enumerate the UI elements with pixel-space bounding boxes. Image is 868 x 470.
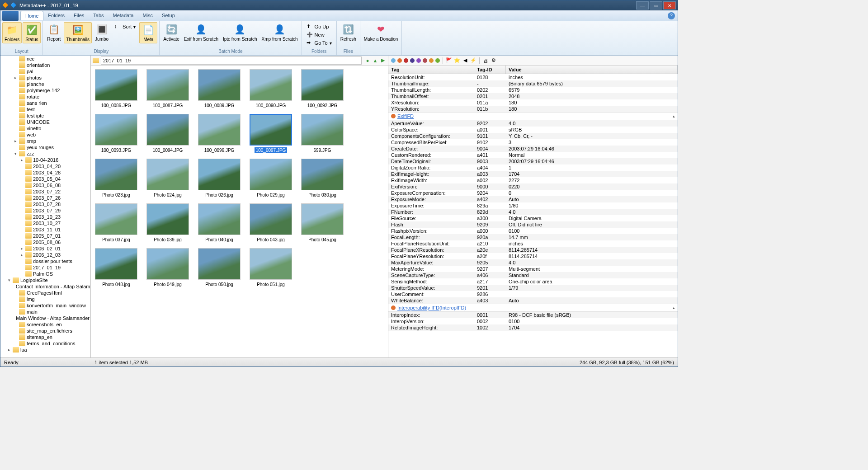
donate-button[interactable]: ❤Make a Donation [362,22,400,42]
tree-node[interactable]: 2003_10_27 [0,220,90,226]
tab-metadata[interactable]: Metadata [108,11,138,20]
thumbnail-item[interactable]: 100_0094.JPG [146,114,189,153]
thumbnail-item[interactable]: Photo 040.jpg [198,203,241,243]
tab-home[interactable]: Home [20,11,43,20]
gear-icon[interactable]: ⚙ [491,57,497,64]
thumbnail-item[interactable]: Photo 045.jpg [301,203,344,243]
metadata-row[interactable]: Flash:9209Off, Did not fire [388,221,678,228]
metadata-row[interactable]: CompressedBitsPerPixel:91023 [388,139,678,146]
metadata-row[interactable]: ExposureCompensation:92040 [388,190,678,196]
metadata-row[interactable]: DigitalZoomRatio:a4041 [388,164,678,171]
thumbnail-item[interactable]: 100_0093.JPG [94,114,138,153]
metadata-row[interactable]: ExifImageHeight:a0031704 [388,171,678,177]
tree-node[interactable]: sitemap_en [0,334,90,340]
tree-node[interactable]: img [0,296,90,302]
metadata-row[interactable]: ThumbnailOffset:02012048 [388,93,678,99]
metadata-row[interactable]: ExposureMode:a402Auto [388,196,678,202]
tree-node[interactable]: web [0,132,90,138]
tab-misc[interactable]: Misc [138,11,157,20]
metadata-row[interactable]: FNumber:829d4.0 [388,209,678,215]
tree-node[interactable]: yeux rouges [0,144,90,150]
metadata-row[interactable]: ShutterSpeedValue:92011/79 [388,285,678,291]
metadata-row[interactable]: MeteringMode:9207Multi-segment [388,266,678,272]
thumbnails-button[interactable]: 🖼️Thumbnails [64,22,92,43]
metadata-row[interactable]: ExposureTime:829a1/80 [388,202,678,209]
tree-node[interactable]: UNICODE [0,119,90,125]
tree-node[interactable]: 2017_01_19 [0,264,90,271]
metadata-row[interactable]: SceneCaptureType:a406Standard [388,272,678,278]
tree-node[interactable]: ▾LogipoleSite [0,277,90,283]
metadata-row[interactable]: ThumbnailLength:02026579 [388,87,678,93]
metadata-section[interactable]: ExifIFD▴ [388,112,678,120]
tree-node[interactable]: 2003_10_23 [0,214,90,220]
minimize-button[interactable]: — [636,1,649,9]
filter-dot[interactable] [391,58,396,63]
jumbo-button[interactable]: 🔳Jumbo [93,22,111,42]
metadata-row[interactable]: MaxApertureValue:92054.0 [388,259,678,266]
tree-node[interactable]: ▸xmp [0,138,90,144]
star-icon[interactable]: ⭐ [454,57,460,64]
meta-button[interactable]: 📄Meta [139,22,157,43]
tree-node[interactable]: terms_and_conditions [0,340,90,347]
tree-node[interactable]: vinetto [0,125,90,132]
tree-node[interactable]: ncc [0,56,90,62]
tree-node[interactable]: Contact Information - Altap Salamander [0,283,90,290]
metadata-row[interactable]: UserComment:9286 [388,291,678,297]
metadata-row[interactable]: CreateDate:90042003:07:29 16:04:46 [388,146,678,152]
metadata-row[interactable]: CustomRendered:a401Normal [388,152,678,158]
xmp-scratch-button[interactable]: 👤Xmp from Scratch [260,22,300,42]
tree-node[interactable]: 2003_04_28 [0,169,90,176]
tree-node[interactable]: 2003_04_20 [0,163,90,169]
folder-tree[interactable]: nccorientationpal▸photosplanchepolymerge… [0,56,91,357]
nav-go-icon[interactable]: ▶ [380,57,386,64]
tree-node[interactable]: ▸lua [0,347,90,353]
filter-dot[interactable] [429,58,434,63]
thumbnail-item[interactable]: Photo 043.jpg [249,203,292,243]
tree-node[interactable]: site_map_en.fichiers [0,328,90,334]
thumbnail-item[interactable]: Photo 037.jpg [94,203,138,243]
tree-node[interactable]: rotate [0,94,90,100]
tree-node[interactable]: CreePagesHtml [0,290,90,296]
metadata-row[interactable]: SensingMethod:a217One-chip color area [388,278,678,285]
sort-button[interactable]: ↕Sort ▾ [113,23,137,30]
maximize-button[interactable]: ▭ [650,1,662,9]
close-button[interactable]: ✕ [663,1,676,9]
thumbnail-item[interactable]: 100_0090.JPG [249,69,292,108]
print-icon[interactable]: 🖨 [482,57,489,64]
tree-node[interactable]: ▸2006_02_01 [0,245,90,252]
thumbnail-item[interactable]: 100_0096.JPG [198,114,241,153]
nav-refresh-icon[interactable]: ● [364,57,371,64]
thumbnail-item[interactable]: Photo 024.jpg [146,159,189,198]
report-button[interactable]: 📋Report [45,22,63,42]
activate-button[interactable]: 🔄Activate [161,22,181,42]
nav-up-icon[interactable]: ▲ [372,57,378,64]
iptc-scratch-button[interactable]: 👤Iptc from Scratch [221,22,259,42]
path-input[interactable] [101,56,362,65]
tree-node[interactable]: 2005_08_06 [0,239,90,245]
metadata-row[interactable]: InteropIndex:0001R98 - DCF basic file (s… [388,312,678,318]
tab-folders[interactable]: Folders [43,11,69,20]
tree-node[interactable]: ▸2006_12_03 [0,252,90,258]
metadata-row[interactable]: FocalPlaneYResolution:a20f8114.285714 [388,253,678,259]
tree-node[interactable]: 2003_11_01 [0,226,90,233]
metadata-row[interactable]: ResolutionUnit:0128inches [388,74,678,80]
tree-node[interactable]: 2003_07_29 [0,207,90,214]
metadata-row[interactable]: DateTimeOriginal:90032003:07:29 16:04:46 [388,158,678,164]
thumbnail-item[interactable]: Photo 026.jpg [198,159,241,198]
app-menu-button[interactable] [2,11,19,21]
tree-node[interactable]: ▸photos [0,75,90,81]
tree-node[interactable]: main [0,309,90,315]
tree-node[interactable]: 2005_07_01 [0,233,90,239]
tree-node[interactable]: sans rien [0,100,90,106]
thumbnail-item[interactable]: Photo 039.jpg [146,203,189,243]
tree-node[interactable]: 2003_07_26 [0,195,90,201]
thumbnail-item[interactable]: 100_0092.JPG [301,69,344,108]
metadata-row[interactable]: ExifImageWidth:a0022272 [388,177,678,183]
tree-node[interactable]: polymerge-142 [0,87,90,94]
filter-dot[interactable] [410,58,415,63]
tab-tabs[interactable]: Tabs [89,11,108,20]
thumbnail-grid[interactable]: 100_0086.JPG100_0087.JPG100_0089.JPG100_… [91,66,388,357]
tree-node[interactable]: planche [0,81,90,87]
metadata-row[interactable]: WhiteBalance:a403Auto [388,297,678,304]
metadata-row[interactable]: FocalPlaneResolutionUnit:a210inches [388,240,678,247]
